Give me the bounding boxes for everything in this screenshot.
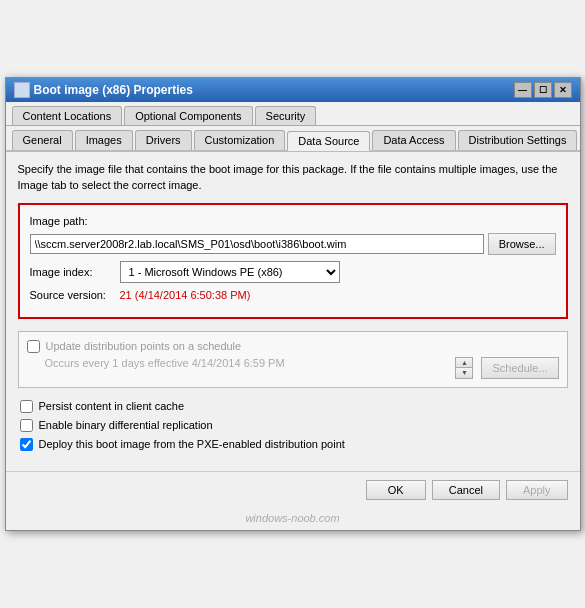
tab-data-access[interactable]: Data Access [372,130,455,150]
schedule-section: Update distribution points on a schedule… [18,331,568,388]
path-label: Image path: [30,215,120,227]
browse-button[interactable]: Browse... [488,233,556,255]
tab-general[interactable]: General [12,130,73,150]
window-icon [14,82,30,98]
watermark: windows-noob.com [6,508,580,530]
image-path-input-row: Browse... [30,233,556,255]
image-path-input[interactable] [30,234,484,254]
binary-diff-label: Enable binary differential replication [39,419,213,431]
spinner-buttons: ▲ ▼ [455,357,473,379]
schedule-label: Update distribution points on a schedule [46,340,242,352]
deploy-pxe-row: Deploy this boot image from the PXE-enab… [20,438,566,451]
cancel-button[interactable]: Cancel [432,480,500,500]
tab-data-source[interactable]: Data Source [287,131,370,151]
bottom-checkboxes: Persist content in client cache Enable b… [18,396,568,461]
index-label: Image index: [30,266,120,278]
window-controls: — ☐ ✕ [514,82,572,98]
version-value: 21 (4/14/2014 6:50:38 PM) [120,289,251,301]
version-label: Source version: [30,289,120,301]
close-button[interactable]: ✕ [554,82,572,98]
spinner-up[interactable]: ▲ [456,358,472,368]
schedule-checkbox-row: Update distribution points on a schedule [27,340,559,353]
tab-images[interactable]: Images [75,130,133,150]
source-version-row: Source version: 21 (4/14/2014 6:50:38 PM… [30,289,556,301]
apply-button[interactable]: Apply [506,480,568,500]
content-area: Specify the image file that contains the… [6,152,580,471]
minimize-button[interactable]: — [514,82,532,98]
tab-row-2: General Images Drivers Customization Dat… [6,126,580,152]
tab-distribution-settings[interactable]: Distribution Settings [458,130,578,150]
spinner-group: ▲ ▼ [455,357,473,379]
image-source-section: Image path: Browse... Image index: 1 - M… [18,203,568,319]
binary-diff-checkbox[interactable] [20,419,33,432]
title-bar: Boot image (x86) Properties — ☐ ✕ [6,78,580,102]
spinner-down[interactable]: ▼ [456,368,472,378]
window-title: Boot image (x86) Properties [34,83,193,97]
persist-row: Persist content in client cache [20,400,566,413]
tab-content-locations[interactable]: Content Locations [12,106,123,125]
schedule-checkbox[interactable] [27,340,40,353]
tab-row-1: Content Locations Optional Components Se… [6,102,580,126]
tab-customization[interactable]: Customization [194,130,286,150]
binary-diff-row: Enable binary differential replication [20,419,566,432]
schedule-details: Occurs every 1 days effective 4/14/2014 … [27,357,559,379]
image-index-select[interactable]: 1 - Microsoft Windows PE (x86) [120,261,340,283]
persist-checkbox[interactable] [20,400,33,413]
deploy-pxe-checkbox[interactable] [20,438,33,451]
schedule-text: Occurs every 1 days effective 4/14/2014 … [45,357,448,369]
footer: OK Cancel Apply [6,471,580,508]
persist-label: Persist content in client cache [39,400,185,412]
maximize-button[interactable]: ☐ [534,82,552,98]
schedule-button[interactable]: Schedule... [481,357,558,379]
image-path-row: Image path: [30,215,556,227]
ok-button[interactable]: OK [366,480,426,500]
tab-optional-components[interactable]: Optional Components [124,106,252,125]
properties-window: Boot image (x86) Properties — ☐ ✕ Conten… [5,77,581,531]
tab-drivers[interactable]: Drivers [135,130,192,150]
description-text: Specify the image file that contains the… [18,162,568,193]
image-index-row: Image index: 1 - Microsoft Windows PE (x… [30,261,556,283]
tab-security[interactable]: Security [255,106,317,125]
deploy-pxe-label: Deploy this boot image from the PXE-enab… [39,438,345,450]
